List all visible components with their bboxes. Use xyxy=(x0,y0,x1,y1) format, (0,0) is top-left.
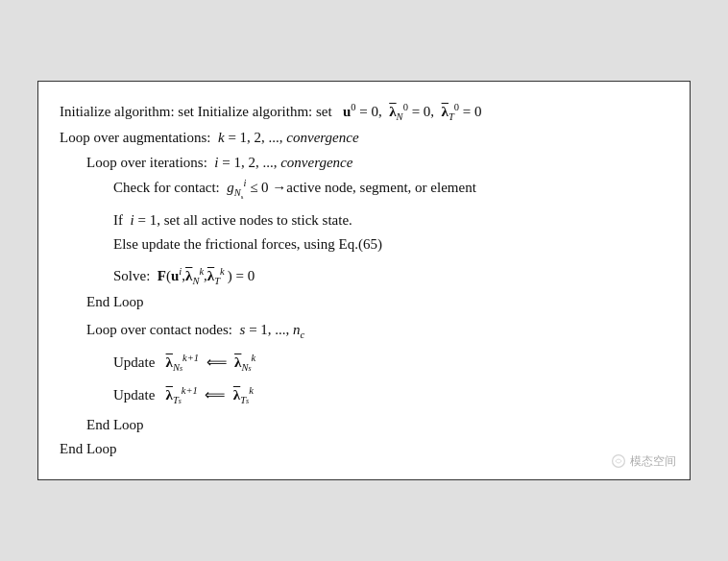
line-end-loop-aug: End Loop xyxy=(60,437,668,462)
line-end-loop-iter: End Loop xyxy=(60,290,668,315)
math-lambda-t0: λ xyxy=(442,104,449,119)
line-solve: Solve: F(ui,λNk,λTk ) = 0 xyxy=(60,263,668,290)
math-lambda-n0: λ xyxy=(389,104,396,119)
watermark-icon xyxy=(611,453,626,469)
line-check-contact: Check for contact: gNsi ≤ 0 →active node… xyxy=(60,175,668,203)
line-update-lambda-t: Update λTsk+1 ⟸ λTsk xyxy=(60,382,668,409)
line-loop-iter: Loop over iterations: i = 1, 2, ..., con… xyxy=(60,151,668,176)
line-else-update: Else update the frictional forces, using… xyxy=(60,232,668,257)
line-loop-aug: Loop over augmentations: k = 1, 2, ..., … xyxy=(60,126,668,151)
algorithm-box: Initialize algorithm: set Initialize alg… xyxy=(37,81,691,479)
line-init: Initialize algorithm: set Initialize alg… xyxy=(60,99,668,126)
line-if-i1: If i = 1, set all active nodes to stick … xyxy=(60,208,668,233)
line-loop-contact: Loop over contact nodes: s = 1, ..., nc xyxy=(60,318,668,344)
watermark-text: 模态空间 xyxy=(630,453,676,470)
math-u0: u xyxy=(343,104,351,119)
svg-point-0 xyxy=(613,455,625,468)
line-end-loop-contact: End Loop xyxy=(60,413,668,438)
watermark: 模态空间 xyxy=(611,453,676,470)
line-update-lambda-n: Update λNsk+1 ⟸ λNsk xyxy=(60,350,668,377)
